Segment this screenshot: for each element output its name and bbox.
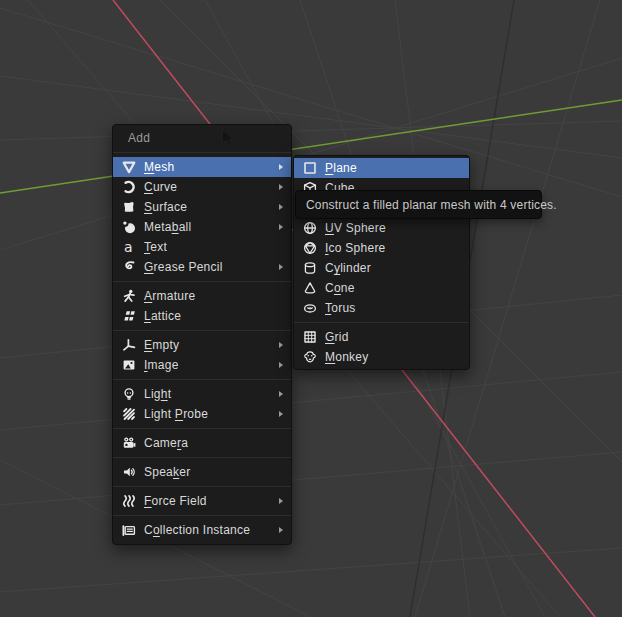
menu-item-label: Cylinder — [325, 261, 463, 275]
menu-item-empty[interactable]: Empty — [113, 335, 291, 355]
force-field-icon — [120, 493, 137, 509]
menu-item-camera[interactable]: Camera — [113, 433, 291, 453]
menu-item-label: Mesh — [144, 160, 279, 174]
light-probe-icon — [120, 406, 137, 422]
menu-item-label: Metaball — [144, 220, 279, 234]
menu-item-label: Grease Pencil — [144, 260, 279, 274]
viewport: Add MeshCurveSurfaceMetaballaTextGrease … — [0, 0, 622, 617]
menu-item-label: Armature — [144, 289, 285, 303]
submenu-item-uv-sphere[interactable]: UV Sphere — [294, 218, 469, 238]
menu-item-text[interactable]: aText — [113, 237, 291, 257]
menu-item-label: Empty — [144, 338, 279, 352]
menu-item-metaball[interactable]: Metaball — [113, 217, 291, 237]
torus-icon — [301, 300, 318, 316]
submenu-arrow-icon — [279, 264, 283, 270]
curve-icon — [120, 179, 137, 195]
submenu-item-cylinder[interactable]: Cylinder — [294, 258, 469, 278]
menu-separator — [113, 428, 291, 429]
menu-item-light[interactable]: Light — [113, 384, 291, 404]
menu-item-label: Cone — [325, 281, 463, 295]
image-icon — [120, 357, 137, 373]
menu-item-label: Lattice — [144, 309, 285, 323]
menu-item-speaker[interactable]: Speaker — [113, 462, 291, 482]
menu-item-label: Grid — [325, 330, 463, 344]
tooltip-text: Construct a filled planar mesh with 4 ve… — [306, 198, 557, 212]
plane-icon — [301, 160, 318, 176]
ico-sphere-icon — [301, 240, 318, 256]
mouse-cursor — [222, 129, 236, 148]
menu-item-label: Text — [144, 240, 285, 254]
menu-item-label: Speaker — [144, 465, 285, 479]
uv-sphere-icon — [301, 220, 318, 236]
cylinder-icon — [301, 260, 318, 276]
collection-instance-icon — [120, 522, 137, 538]
add-menu: Add MeshCurveSurfaceMetaballaTextGrease … — [112, 124, 292, 545]
menu-separator — [113, 379, 291, 380]
menu-item-label: Torus — [325, 301, 463, 315]
add-menu-items: MeshCurveSurfaceMetaballaTextGrease Penc… — [113, 157, 291, 540]
menu-separator — [294, 322, 469, 323]
lattice-icon — [120, 308, 137, 324]
submenu-arrow-icon — [279, 527, 283, 533]
surface-icon — [120, 199, 137, 215]
metaball-icon — [120, 219, 137, 235]
submenu-arrow-icon — [279, 411, 283, 417]
menu-item-force-field[interactable]: Force Field — [113, 491, 291, 511]
menu-item-label: Image — [144, 358, 279, 372]
submenu-arrow-icon — [279, 498, 283, 504]
menu-separator — [113, 330, 291, 331]
menu-item-label: Collection Instance — [144, 523, 279, 537]
menu-item-collection-instance[interactable]: Collection Instance — [113, 520, 291, 540]
menu-item-label: Surface — [144, 200, 279, 214]
mesh-icon — [120, 159, 137, 175]
menu-item-label: Curve — [144, 180, 279, 194]
submenu-arrow-icon — [279, 391, 283, 397]
menu-item-label: Ico Sphere — [325, 241, 463, 255]
mesh-submenu: PlaneCubeUV SphereIco SphereCylinderCone… — [293, 155, 470, 370]
submenu-arrow-icon — [279, 204, 283, 210]
camera-icon — [120, 435, 137, 451]
tooltip: Construct a filled planar mesh with 4 ve… — [295, 190, 542, 219]
menu-separator — [113, 486, 291, 487]
submenu-item-cone[interactable]: Cone — [294, 278, 469, 298]
submenu-arrow-icon — [279, 184, 283, 190]
menu-separator — [113, 515, 291, 516]
submenu-arrow-icon — [279, 362, 283, 368]
menu-title: Add — [113, 125, 291, 151]
cone-icon — [301, 280, 318, 296]
menu-item-light-probe[interactable]: Light Probe — [113, 404, 291, 424]
grease-pencil-icon — [120, 259, 137, 275]
submenu-item-plane[interactable]: Plane — [294, 158, 469, 178]
menu-title-separator — [113, 152, 291, 153]
menu-item-surface[interactable]: Surface — [113, 197, 291, 217]
menu-item-label: Force Field — [144, 494, 279, 508]
monkey-icon — [301, 349, 318, 365]
menu-item-label: Light — [144, 387, 279, 401]
submenu-arrow-icon — [279, 164, 283, 170]
grid-icon — [301, 329, 318, 345]
submenu-item-monkey[interactable]: Monkey — [294, 347, 469, 367]
submenu-arrow-icon — [279, 342, 283, 348]
submenu-item-grid[interactable]: Grid — [294, 327, 469, 347]
menu-item-label: Light Probe — [144, 407, 279, 421]
speaker-icon — [120, 464, 137, 480]
empty-icon — [120, 337, 137, 353]
menu-item-curve[interactable]: Curve — [113, 177, 291, 197]
menu-item-lattice[interactable]: Lattice — [113, 306, 291, 326]
submenu-arrow-icon — [279, 224, 283, 230]
menu-separator — [113, 281, 291, 282]
menu-item-label: Camera — [144, 436, 285, 450]
menu-item-armature[interactable]: Armature — [113, 286, 291, 306]
text-icon: a — [120, 239, 137, 255]
submenu-item-ico-sphere[interactable]: Ico Sphere — [294, 238, 469, 258]
menu-item-label: UV Sphere — [325, 221, 463, 235]
menu-item-grease-pencil[interactable]: Grease Pencil — [113, 257, 291, 277]
menu-item-image[interactable]: Image — [113, 355, 291, 375]
menu-item-label: Monkey — [325, 350, 463, 364]
menu-item-label: Plane — [325, 161, 463, 175]
armature-icon — [120, 288, 137, 304]
light-icon — [120, 386, 137, 402]
submenu-item-torus[interactable]: Torus — [294, 298, 469, 318]
menu-item-mesh[interactable]: Mesh — [113, 157, 291, 177]
menu-separator — [113, 457, 291, 458]
